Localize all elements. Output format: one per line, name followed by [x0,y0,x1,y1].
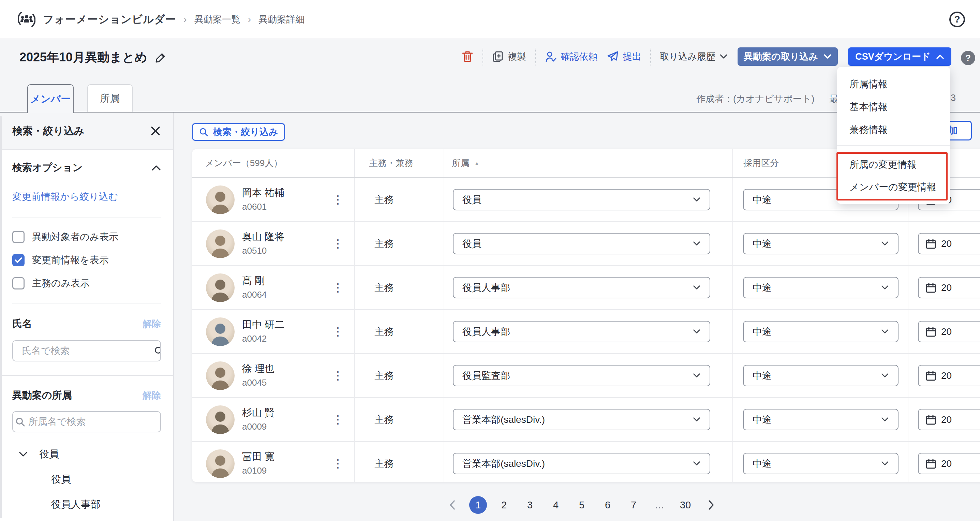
table-row: 髙 剛a0064 ⋮ 主務 役員人事部 中途 20 [192,266,980,310]
option-primary-only[interactable]: 主務のみ表示 [0,277,173,290]
kebab-menu-icon[interactable]: ⋮ [332,284,344,291]
avatar[interactable] [206,361,235,390]
recruit-value: 中途 [752,281,772,294]
page-button[interactable]: 4 [547,496,565,514]
department-select[interactable]: 役員 [453,189,710,210]
date-picker[interactable]: 20 [918,453,980,474]
date-picker[interactable]: 20 [918,233,980,254]
org-tree-item[interactable]: 役員 [0,473,173,486]
member-name[interactable]: 奥山 隆将 [242,230,285,243]
prev-page-chevron-icon[interactable] [443,496,461,514]
filter-by-previous-link[interactable]: 変更前情報から絞り込む [0,190,173,203]
option-show-previous[interactable]: 変更前情報を表示 [0,254,173,267]
name-search-input[interactable] [13,341,154,361]
tab-departments[interactable]: 所属 [87,84,133,112]
member-name[interactable]: 冨田 寛 [242,450,275,463]
org-filter-clear-link[interactable]: 解除 [143,389,161,402]
recruit-select[interactable]: 中途 [743,277,899,299]
date-picker[interactable]: 20 [918,277,980,299]
menu-item-member-change-info[interactable]: メンバーの変更情報 [850,180,936,194]
kebab-menu-icon[interactable]: ⋮ [332,372,344,379]
kebab-menu-icon[interactable]: ⋮ [332,240,344,247]
department-select[interactable]: 役員人事部 [453,277,710,299]
chevron-up-icon[interactable] [151,165,161,171]
kebab-menu-icon[interactable]: ⋮ [332,460,344,467]
page-button[interactable]: 1 [469,496,487,514]
kebab-menu-icon[interactable]: ⋮ [332,416,344,423]
date-picker[interactable]: 20 [918,321,980,342]
help-icon[interactable]: ? [949,11,965,27]
page-button[interactable]: 2 [495,496,513,514]
org-tree-item[interactable]: 役員人事部 [0,498,173,511]
edit-pencil-icon[interactable] [155,52,166,64]
delete-trash-icon[interactable] [461,50,474,63]
org-tree-root[interactable]: 役員 [0,447,173,461]
member-name[interactable]: 田中 研二 [242,318,285,331]
department-select[interactable]: 役員人事部 [453,321,710,342]
date-picker[interactable]: 20 [918,365,980,386]
recruit-cell: 中途 [733,266,908,309]
page-button[interactable]: 5 [573,496,590,514]
department-select[interactable]: 役員監査部 [453,365,710,386]
search-icon[interactable] [154,341,161,361]
confirm-request-button[interactable]: 確認依頼 [544,51,598,63]
checkbox-unchecked-icon[interactable] [12,231,25,243]
csv-download-button[interactable]: CSVダウンロード [848,48,951,66]
help-icon[interactable]: ? [961,51,975,65]
submit-button[interactable]: 提出 [607,51,641,63]
member-name[interactable]: 岡本 祐輔 [242,186,285,200]
recruit-select[interactable]: 中途 [743,321,899,342]
option-transfer-only[interactable]: 異動対象者のみ表示 [0,230,173,243]
avatar[interactable] [206,229,235,258]
checkbox-unchecked-icon[interactable] [12,277,25,289]
avatar[interactable] [206,450,235,478]
kebab-menu-icon[interactable]: ⋮ [332,196,344,203]
import-plan-button[interactable]: 異動案の取り込み [738,48,838,66]
sort-asc-icon[interactable]: ▲ [474,160,479,166]
table-search-filter-button[interactable]: 検索・絞り込み [192,123,285,141]
avatar[interactable] [206,273,235,302]
import-history-menu[interactable]: 取り込み履歴 [660,51,728,63]
page-button[interactable]: 6 [599,496,617,514]
member-name[interactable]: 髙 剛 [242,275,267,288]
menu-item-concurrent-info[interactable]: 兼務情報 [850,123,888,137]
kebab-menu-icon[interactable]: ⋮ [332,328,344,335]
checkbox-checked-icon[interactable] [12,254,25,266]
breadcrumb-plan-list[interactable]: 異動案一覧 [194,13,240,25]
date-value: 20 [941,238,952,249]
member-name[interactable]: 徐 理也 [242,362,275,375]
department-select[interactable]: 営業本部(salesDiv.) [453,453,710,474]
recruit-select[interactable]: 中途 [743,233,899,254]
sidebar-scrollbar[interactable] [0,116,2,518]
department-select[interactable]: 役員 [453,233,710,254]
menu-item-department-info[interactable]: 所属情報 [850,78,888,91]
name-filter-clear-link[interactable]: 解除 [143,318,161,330]
recruit-select[interactable]: 中途 [743,453,899,474]
menu-item-basic-info[interactable]: 基本情報 [850,100,888,114]
avatar[interactable] [206,318,235,346]
department-select[interactable]: 営業本部(salesDiv.) [453,409,710,430]
calendar-icon [926,238,936,249]
recruit-select[interactable]: 中途 [743,409,899,430]
member-code: a0042 [242,333,285,345]
avatar[interactable] [206,186,235,214]
page-button[interactable]: 7 [625,496,643,514]
column-department[interactable]: 所属 ▲ [444,149,733,177]
tab-members[interactable]: メンバー [27,84,74,113]
date-picker[interactable]: 20 [918,409,980,430]
member-name[interactable]: 杉山 賢 [242,407,275,419]
duty-cell: 主務 [355,266,444,309]
page-button[interactable]: 30 [676,496,694,514]
search-options-section[interactable]: 検索オプション [0,161,173,175]
recruit-select[interactable]: 中途 [743,365,899,386]
menu-item-department-change-info[interactable]: 所属の変更情報 [850,158,916,172]
close-icon[interactable] [150,125,161,137]
duplicate-button[interactable]: 複製 [492,51,526,63]
csv-download-menu: 所属情報 基本情報 兼務情報 所属の変更情報 メンバーの変更情報 [837,67,950,204]
avatar[interactable] [206,405,235,434]
department-value: 役員 [462,237,482,250]
plan-toolbar: 複製 確認依頼 提出 取り込み履歴 [461,48,728,66]
next-page-chevron-icon[interactable] [702,496,720,514]
page-button[interactable]: 3 [521,496,539,514]
org-search-input[interactable] [27,412,160,432]
